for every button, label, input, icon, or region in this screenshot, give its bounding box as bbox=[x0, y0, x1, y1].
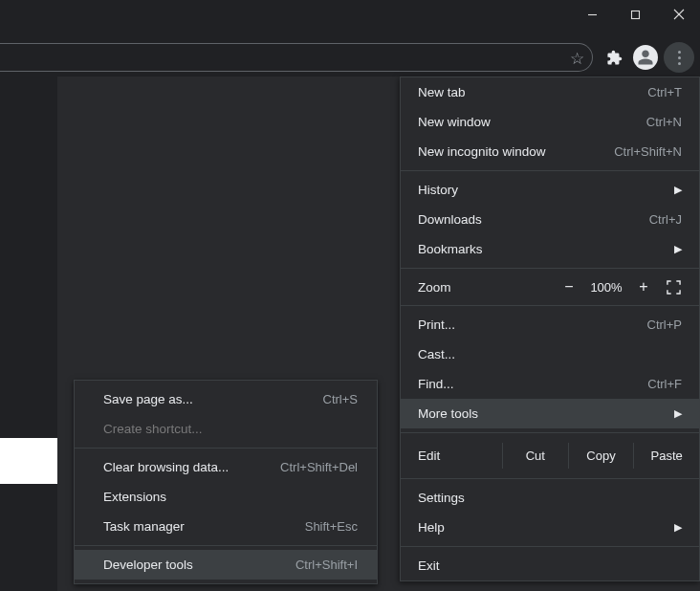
menu-label: More tools bbox=[418, 406, 478, 421]
submenu-arrow-icon: ▶ bbox=[674, 184, 682, 196]
menu-label: Developer tools bbox=[103, 558, 193, 572]
edit-cut[interactable]: Cut bbox=[502, 443, 568, 469]
submenu-arrow-icon: ▶ bbox=[674, 521, 682, 534]
menu-shortcut: Ctrl+N bbox=[646, 115, 682, 129]
bookmark-star-icon[interactable]: ☆ bbox=[570, 49, 584, 69]
menu-shortcut: Ctrl+F bbox=[647, 377, 682, 391]
menu-cast[interactable]: Cast... bbox=[401, 339, 699, 369]
menu-new-window[interactable]: New window Ctrl+N bbox=[401, 107, 699, 137]
menu-new-incognito[interactable]: New incognito window Ctrl+Shift+N bbox=[401, 137, 699, 166]
menu-label: Save page as... bbox=[103, 392, 193, 406]
submenu-arrow-icon: ▶ bbox=[674, 243, 682, 255]
menu-new-tab[interactable]: New tab Ctrl+T bbox=[401, 77, 699, 107]
more-tools-submenu: Save page as... Ctrl+S Create shortcut..… bbox=[74, 380, 378, 584]
menu-separator bbox=[75, 545, 377, 546]
address-bar[interactable]: ☆ bbox=[0, 43, 593, 72]
menu-label: Help bbox=[418, 520, 445, 535]
menu-label: Exit bbox=[418, 558, 440, 573]
submenu-developer-tools[interactable]: Developer tools Ctrl+Shift+I bbox=[75, 550, 377, 580]
fullscreen-icon[interactable] bbox=[657, 280, 689, 295]
menu-separator bbox=[401, 268, 699, 269]
window-close-button[interactable] bbox=[657, 0, 700, 29]
menu-help[interactable]: Help ▶ bbox=[401, 513, 699, 542]
menu-separator bbox=[75, 448, 377, 449]
window-maximize-button[interactable] bbox=[614, 0, 657, 29]
submenu-clear-data[interactable]: Clear browsing data... Ctrl+Shift+Del bbox=[75, 452, 377, 482]
menu-label: Settings bbox=[418, 491, 465, 505]
submenu-arrow-icon: ▶ bbox=[674, 407, 682, 420]
menu-bookmarks[interactable]: Bookmarks ▶ bbox=[401, 234, 699, 264]
extensions-icon[interactable] bbox=[601, 44, 627, 71]
menu-label: Find... bbox=[418, 377, 454, 391]
menu-separator bbox=[401, 546, 699, 547]
menu-shortcut: Ctrl+T bbox=[647, 85, 682, 99]
edit-copy[interactable]: Copy bbox=[568, 443, 634, 469]
menu-separator bbox=[401, 170, 699, 171]
menu-edit-row: Edit Cut Copy Paste bbox=[401, 437, 699, 474]
submenu-create-shortcut: Create shortcut... bbox=[75, 414, 377, 444]
svg-rect-1 bbox=[632, 11, 640, 18]
chrome-main-menu: New tab Ctrl+T New window Ctrl+N New inc… bbox=[400, 77, 700, 581]
menu-shortcut: Ctrl+Shift+I bbox=[295, 558, 358, 572]
profile-avatar-icon[interactable] bbox=[633, 45, 658, 70]
window-titlebar bbox=[0, 0, 700, 33]
menu-label: Clear browsing data... bbox=[103, 460, 229, 474]
menu-label: Print... bbox=[418, 317, 455, 332]
browser-toolbar: ☆ bbox=[0, 38, 700, 77]
menu-separator bbox=[401, 305, 699, 306]
submenu-save-page[interactable]: Save page as... Ctrl+S bbox=[75, 384, 377, 414]
submenu-extensions[interactable]: Extensions bbox=[75, 482, 377, 512]
submenu-task-manager[interactable]: Task manager Shift+Esc bbox=[75, 512, 377, 541]
menu-zoom-row: Zoom − 100% + bbox=[401, 273, 699, 301]
menu-shortcut: Ctrl+Shift+N bbox=[614, 144, 682, 159]
toolbar-actions bbox=[601, 42, 700, 73]
page-white-region bbox=[0, 438, 57, 484]
zoom-value: 100% bbox=[582, 280, 630, 295]
menu-settings[interactable]: Settings bbox=[401, 483, 699, 513]
menu-shortcut: Ctrl+Shift+Del bbox=[280, 460, 358, 474]
menu-label: New incognito window bbox=[418, 144, 546, 159]
menu-find[interactable]: Find... Ctrl+F bbox=[401, 369, 699, 399]
zoom-in-button[interactable]: + bbox=[630, 278, 657, 296]
menu-separator bbox=[401, 432, 699, 433]
window-minimize-button[interactable] bbox=[571, 0, 614, 29]
chrome-menu-button[interactable] bbox=[664, 42, 694, 73]
menu-shortcut: Ctrl+P bbox=[647, 317, 682, 332]
menu-label: Create shortcut... bbox=[103, 422, 203, 436]
menu-label: History bbox=[418, 183, 458, 197]
menu-label: Cast... bbox=[418, 347, 455, 361]
menu-shortcut: Ctrl+J bbox=[649, 212, 682, 227]
menu-downloads[interactable]: Downloads Ctrl+J bbox=[401, 205, 699, 234]
menu-label: New tab bbox=[418, 85, 466, 99]
zoom-label: Zoom bbox=[418, 280, 556, 295]
menu-separator bbox=[401, 478, 699, 479]
menu-shortcut: Ctrl+S bbox=[323, 392, 358, 406]
menu-history[interactable]: History ▶ bbox=[401, 175, 699, 205]
menu-print[interactable]: Print... Ctrl+P bbox=[401, 310, 699, 339]
menu-label: Bookmarks bbox=[418, 242, 483, 256]
edit-paste[interactable]: Paste bbox=[633, 443, 699, 469]
menu-more-tools[interactable]: More tools ▶ bbox=[401, 399, 699, 428]
menu-label: Extensions bbox=[103, 490, 166, 504]
edit-label: Edit bbox=[418, 449, 502, 463]
zoom-out-button[interactable]: − bbox=[556, 278, 582, 296]
menu-label: Downloads bbox=[418, 212, 482, 227]
menu-exit[interactable]: Exit bbox=[401, 551, 699, 580]
menu-label: Task manager bbox=[103, 519, 185, 534]
menu-shortcut: Shift+Esc bbox=[305, 519, 358, 534]
menu-label: New window bbox=[418, 115, 491, 129]
